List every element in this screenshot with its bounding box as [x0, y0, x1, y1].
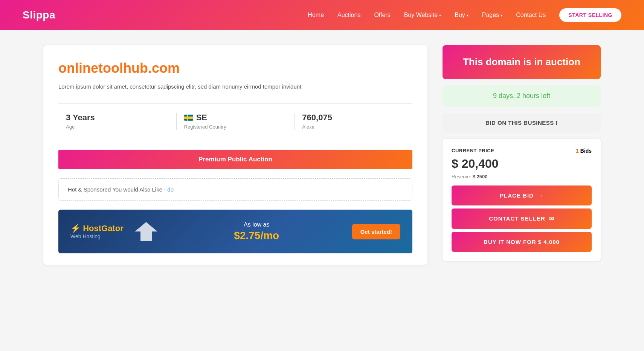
- header: Slippa Home Auctions Offers Buy Website …: [0, 0, 644, 30]
- mail-icon: ✉: [549, 215, 554, 222]
- hg-graphic: [131, 220, 161, 243]
- stat-country-label: Registered Country: [184, 124, 287, 130]
- hostgator-ad: ⚡ HostGator Web Hosting As low as $2.75/…: [58, 210, 412, 253]
- chevron-down-icon: ▾: [501, 13, 502, 17]
- arrow-right-icon: →: [537, 192, 543, 199]
- hg-offer: As low as $2.75/mo: [169, 221, 345, 242]
- auction-header-box: This domain is in auction: [443, 45, 601, 79]
- sponsored-box: Hot & Sponsored You would Also Like - do: [58, 178, 412, 201]
- hg-logo: ⚡ HostGator: [70, 224, 124, 233]
- nav-auctions[interactable]: Auctions: [337, 12, 360, 18]
- nav-buy-website[interactable]: Buy Website ▾: [404, 12, 441, 18]
- domain-name: onlinetoolhub.com: [58, 60, 412, 76]
- nav-offers[interactable]: Offers: [374, 12, 390, 18]
- hg-cta-button[interactable]: Get started!: [352, 224, 400, 239]
- logo[interactable]: Slippa: [23, 9, 55, 21]
- nav-home[interactable]: Home: [308, 12, 324, 18]
- bids-count: 1 Bids: [576, 148, 592, 154]
- stat-country: SE Registered Country: [177, 113, 295, 130]
- svg-marker-0: [135, 222, 157, 241]
- price-section: CURRENT PRICE 1 Bids $ 20,400 Reserve: $…: [443, 139, 601, 261]
- auction-badge: Premium Public Auction: [58, 150, 412, 169]
- price-value: $ 20,400: [452, 157, 592, 171]
- domain-stats: 3 Years Age SE Registered Country 760,07…: [58, 103, 412, 139]
- stat-alexa-value: 760,075: [302, 113, 405, 123]
- bid-business-box: BID ON THIS BUSINESS !: [443, 113, 601, 133]
- reserve-text: Reserve: $ 2500: [452, 174, 592, 179]
- current-price-label: CURRENT PRICE: [452, 148, 494, 153]
- main-nav: Home Auctions Offers Buy Website ▾ Buy ▾…: [308, 8, 621, 22]
- flag-icon: [184, 115, 193, 121]
- stat-alexa-label: Alexa: [302, 124, 405, 130]
- contact-seller-button[interactable]: CONTACT SELLER ✉: [452, 208, 592, 229]
- sponsored-link[interactable]: do: [167, 186, 174, 193]
- nav-contact[interactable]: Contact Us: [516, 12, 546, 18]
- time-left-box: 9 days, 2 hours left: [443, 85, 601, 107]
- nav-pages[interactable]: Pages ▾: [482, 12, 502, 18]
- stat-age-label: Age: [66, 124, 169, 130]
- domain-description: Lorem ipsum dolor sit amet, consetetur s…: [58, 82, 412, 91]
- hg-offer-text: As low as: [169, 221, 345, 228]
- start-selling-button[interactable]: START SELLING: [559, 8, 621, 22]
- place-bid-button[interactable]: PLACE BID →: [452, 185, 592, 205]
- left-panel: onlinetoolhub.com Lorem ipsum dolor sit …: [43, 45, 427, 265]
- chevron-down-icon: ▾: [439, 13, 441, 17]
- hg-price: $2.75/mo: [169, 230, 345, 242]
- current-price-row: CURRENT PRICE 1 Bids: [452, 148, 592, 154]
- stat-country-value: SE: [184, 113, 287, 123]
- chevron-down-icon: ▾: [467, 13, 469, 17]
- right-panel: This domain is in auction 9 days, 2 hour…: [443, 45, 601, 265]
- stat-age: 3 Years Age: [58, 113, 177, 130]
- hg-logo-section: ⚡ HostGator Web Hosting: [70, 224, 124, 239]
- buy-now-button[interactable]: BUY IT NOW FOR $ 4,000: [452, 232, 592, 252]
- stat-age-value: 3 Years: [66, 113, 169, 123]
- main-content: onlinetoolhub.com Lorem ipsum dolor sit …: [21, 30, 623, 280]
- stat-alexa: 760,075 Alexa: [295, 113, 412, 130]
- hg-subtitle: Web Hosting: [70, 233, 124, 239]
- nav-buy[interactable]: Buy ▾: [455, 12, 469, 18]
